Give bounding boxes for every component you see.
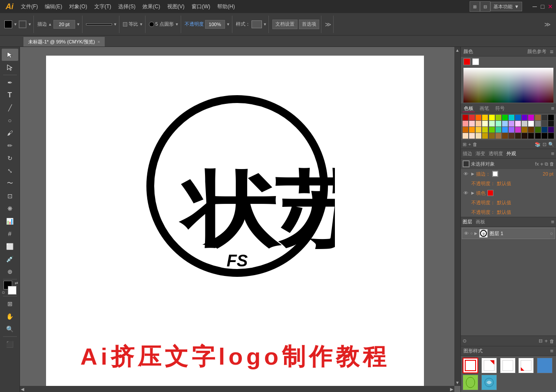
swatch-color-17[interactable] — [482, 121, 488, 126]
swatch-tab-brush[interactable]: 画笔 — [478, 105, 490, 112]
zoom-tool[interactable]: 🔍 — [2, 323, 18, 335]
menu-edit[interactable]: 编辑(E) — [41, 0, 66, 13]
menu-file[interactable]: 文件(F) — [17, 0, 41, 13]
appear-dup-icon[interactable]: ⧉ — [545, 161, 548, 167]
swatch-color-33[interactable] — [496, 127, 501, 133]
swatch-color-13[interactable] — [548, 115, 554, 120]
canvas-tab[interactable]: 画板 — [476, 219, 485, 225]
color-panel-options-icon[interactable]: ≡ — [550, 48, 553, 55]
fill-appear-label[interactable]: 填色 — [476, 190, 486, 196]
gstyle-7[interactable] — [481, 375, 497, 390]
stroke-size-value[interactable]: 20 pt — [543, 171, 553, 176]
swatch-color-26[interactable] — [542, 121, 547, 126]
opacity-dropdown-icon[interactable]: ▼ — [226, 22, 230, 27]
swatch-color-7[interactable] — [509, 115, 514, 120]
fill-opacity-label[interactable]: 不透明度： — [471, 199, 495, 206]
swap-colors-icon[interactable]: ⇄ — [15, 281, 18, 285]
swatch-color-49[interactable] — [509, 133, 514, 139]
pencil-tool[interactable]: ✏ — [2, 140, 18, 152]
global-opacity-label[interactable]: 不透明度： — [471, 209, 495, 216]
swatch-color-39[interactable] — [535, 127, 541, 133]
swatch-color-2[interactable] — [476, 115, 481, 120]
stroke-up-icon[interactable]: ▲ — [48, 22, 52, 27]
layer-name[interactable]: 图层 1 — [490, 230, 548, 237]
swatch-color-55[interactable] — [548, 133, 554, 139]
color-gradient-picker[interactable] — [463, 68, 553, 103]
swatch-color-27[interactable] — [548, 121, 554, 126]
swatch-show-kinds-icon[interactable]: ⊡ — [543, 142, 546, 147]
swatch-color-5[interactable] — [496, 115, 501, 120]
color-panel-header[interactable]: 颜色 颜色参考 ≡ — [461, 47, 556, 56]
vertical-scrollbar[interactable]: ▲ ▼ — [454, 47, 460, 386]
swatch-color-38[interactable] — [528, 127, 534, 133]
gstyles-options-icon[interactable]: ≡ — [550, 348, 553, 354]
swatch-find-icon[interactable]: 🔍 — [548, 142, 554, 147]
swatch-color-46[interactable] — [489, 133, 495, 139]
swatch-tab-symbol[interactable]: 符号 — [494, 105, 506, 112]
menu-help[interactable]: 帮助(H) — [214, 0, 238, 13]
stroke-expand-icon[interactable]: ▶ — [471, 172, 474, 176]
swatch-color-18[interactable] — [489, 121, 495, 126]
make-mask-icon[interactable]: ⊟ — [539, 338, 543, 344]
eyedropper-tool[interactable]: 💉 — [2, 253, 18, 265]
swatch-color-8[interactable] — [515, 115, 521, 120]
screen-mode-icon[interactable]: ⊟ — [480, 1, 490, 12]
swatch-color-4[interactable] — [489, 115, 495, 120]
swatch-color-50[interactable] — [515, 133, 521, 139]
point-dropdown-icon[interactable]: ▼ — [175, 22, 179, 27]
bridge-icon[interactable]: ⊞ — [470, 1, 480, 12]
gradient-tool[interactable]: ⬜ — [2, 240, 18, 252]
swatch-color-12[interactable] — [542, 115, 547, 120]
swatch-color-30[interactable] — [476, 127, 481, 133]
swatch-color-43[interactable] — [469, 133, 475, 139]
swatch-color-53[interactable] — [535, 133, 541, 139]
swatch-color-25[interactable] — [535, 121, 541, 126]
ratio-dropdown-icon[interactable]: ▼ — [139, 22, 143, 27]
swatch-color-21[interactable] — [509, 121, 514, 126]
selection-tool[interactable] — [2, 49, 18, 61]
swatch-color-9[interactable] — [522, 115, 527, 120]
color-selector[interactable]: ⇄ ⊙ — [2, 281, 18, 295]
stroke-color-indicator[interactable] — [4, 20, 12, 28]
extra-options-icon[interactable]: ≫ — [325, 21, 331, 28]
appear-tab-stroke[interactable]: 描边 — [463, 150, 472, 157]
swatch-color-22[interactable] — [515, 121, 521, 126]
stroke-visibility-icon[interactable]: 👁 — [463, 171, 470, 176]
global-opacity-value[interactable]: 默认值 — [497, 209, 511, 216]
swatch-color-35[interactable] — [509, 127, 514, 133]
menu-effect[interactable]: 效果(C) — [139, 0, 164, 13]
layer-indicator-icon[interactable]: ○ — [550, 231, 553, 236]
stroke-preview-dropdown-icon[interactable]: ▼ — [113, 22, 117, 27]
column-graph-tool[interactable]: 📊 — [2, 215, 18, 227]
swatch-color-44[interactable] — [476, 133, 481, 139]
opacity-input[interactable] — [205, 20, 225, 29]
stroke-size-input[interactable] — [53, 20, 75, 29]
pen-tool[interactable]: ✒ — [2, 76, 18, 89]
swatch-color-36[interactable] — [515, 127, 521, 133]
swatch-color-19[interactable] — [496, 121, 501, 126]
hand-tool[interactable]: ✋ — [2, 310, 18, 322]
swatch-color-14[interactable] — [463, 121, 468, 126]
gstyle-1[interactable] — [463, 358, 478, 373]
direct-selection-tool[interactable] — [2, 61, 18, 73]
swatch-color-45[interactable] — [482, 133, 488, 139]
warp-tool[interactable]: 〜 — [2, 177, 18, 189]
swatch-color-40[interactable] — [542, 127, 547, 133]
rotate-tool[interactable]: ↻ — [2, 152, 18, 164]
swatch-color-28[interactable] — [463, 127, 468, 133]
preferences-button[interactable]: 首选项 — [299, 20, 319, 29]
fx-button[interactable]: fx — [535, 161, 539, 166]
swatch-color-52[interactable] — [528, 133, 534, 139]
stroke-style-indicator[interactable] — [19, 20, 26, 28]
layer-visibility-icon[interactable]: 👁 — [464, 231, 469, 236]
style-dropdown-icon[interactable]: ▼ — [263, 22, 267, 27]
fill-color-box[interactable] — [487, 190, 493, 196]
shape-tool[interactable]: ○ — [2, 114, 18, 126]
swatch-options-icon[interactable]: ≡ — [551, 105, 554, 112]
swatch-new-group-icon[interactable]: ⊞ — [463, 142, 467, 147]
swatch-color-11[interactable] — [535, 115, 541, 120]
fill-opacity-value[interactable]: 默认值 — [497, 199, 511, 206]
menu-text[interactable]: 文字(T) — [91, 0, 115, 13]
paintbrush-tool[interactable]: 🖌 — [2, 127, 18, 139]
screen-mode-tool[interactable]: ⬛ — [2, 338, 18, 350]
